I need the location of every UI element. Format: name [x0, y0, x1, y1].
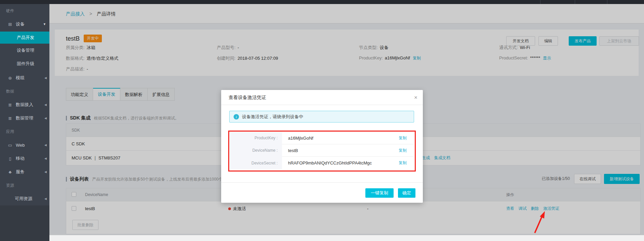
sidebar-item-service[interactable]: ♣ 服务 ◀ — [0, 166, 49, 178]
close-icon[interactable]: × — [414, 90, 417, 105]
sidebar-item-data-access[interactable]: ≣ 数据接入 ◀ — [0, 99, 49, 111]
sidebar-item-label: 数据接入 — [16, 102, 33, 108]
caret-left-icon: ◀ — [44, 157, 47, 160]
sidebar-item-label: 产品开发 — [17, 35, 34, 41]
sidebar-lower-fill — [0, 205, 49, 241]
credential-value: a16MjlxGoNf — [282, 136, 399, 141]
sidebar-item-label: 可用资源 — [15, 196, 32, 202]
credential-value: hRAFOP9mbANIQdYCCzGhtIdPPA4tcMgc — [282, 160, 399, 165]
database-icon: ≣ — [7, 116, 13, 121]
modal-title: 查看设备激活凭证 — [229, 95, 266, 100]
sidebar: 硬件 ⊞ 设备 ▼ 产品开发 设备管理 固件升级 ⊛ 模组 ◀ 数据 ≣ 数据接… — [0, 4, 49, 241]
caret-down-icon: ▼ — [43, 22, 46, 26]
sidebar-item-label: 模组 — [16, 75, 25, 81]
horizontal-scrollbar[interactable] — [49, 235, 644, 241]
credential-row: ProductKey : a16MjlxGoNf 复制 — [230, 132, 413, 144]
modal-header: 查看设备激活凭证 × — [221, 90, 423, 105]
credential-row: DeviceName : testB 复制 — [230, 144, 413, 157]
info-alert: i 设备激活凭证，请烧录到设备中 — [229, 111, 414, 123]
sidebar-item-device-mgmt[interactable]: 设备管理 — [0, 44, 49, 56]
sidebar-item-available-resource[interactable]: 可用资源 ◀ — [0, 193, 49, 205]
caret-left-icon: ◀ — [44, 197, 47, 200]
activation-credential-modal: 查看设备激活凭证 × i 设备激活凭证，请烧录到设备中 ProductKey :… — [221, 90, 423, 203]
sidebar-item-module[interactable]: ⊛ 模组 ◀ — [0, 72, 49, 84]
monitor-icon: ▭ — [7, 143, 13, 148]
device-icon: ⊞ — [7, 22, 13, 27]
module-icon: ⊛ — [7, 76, 13, 81]
sidebar-section-app: 应用 — [0, 126, 49, 138]
sidebar-item-web[interactable]: ▭ Web ◀ — [0, 139, 49, 151]
sidebar-item-label: 设备管理 — [17, 47, 34, 53]
credential-label: DeviceSecret : — [230, 157, 282, 169]
chrome-divider — [607, 0, 607, 4]
alert-text: 设备激活凭证，请烧录到设备中 — [242, 114, 303, 120]
chrome-divider — [575, 0, 575, 4]
sidebar-item-firmware[interactable]: 固件升级 — [0, 58, 49, 70]
credential-row: DeviceSecret : hRAFOP9mbANIQdYCCzGhtIdPP… — [230, 157, 413, 169]
sidebar-item-mobile[interactable]: ▯ 移动 ◀ — [0, 152, 49, 164]
info-icon: i — [234, 114, 239, 119]
service-icon: ♣ — [7, 170, 13, 175]
sidebar-item-data-mgmt[interactable]: ≣ 数据管理 ◀ — [0, 112, 49, 124]
caret-left-icon: ◀ — [44, 116, 47, 120]
sidebar-item-label: 固件升级 — [17, 61, 34, 67]
caret-left-icon: ◀ — [44, 170, 47, 174]
chrome-divider — [540, 0, 540, 4]
copy-all-button[interactable]: 一键复制 — [365, 188, 394, 198]
sidebar-section-resource: 资源 — [0, 179, 49, 191]
database-icon: ≣ — [7, 102, 13, 107]
sidebar-section-data: 数据 — [0, 85, 49, 97]
credential-value: testB — [282, 148, 399, 153]
phone-icon: ▯ — [7, 156, 13, 161]
ok-button[interactable]: 确定 — [398, 188, 415, 198]
caret-left-icon: ◀ — [44, 76, 47, 80]
copy-link[interactable]: 复制 — [399, 148, 413, 153]
copy-link[interactable]: 复制 — [399, 135, 413, 141]
copy-link[interactable]: 复制 — [399, 160, 413, 166]
sidebar-item-label: 数据管理 — [16, 115, 33, 121]
sidebar-item-label: Web — [16, 143, 25, 148]
credential-table: ProductKey : a16MjlxGoNf 复制 DeviceName :… — [230, 132, 413, 169]
sidebar-item-device[interactable]: ⊞ 设备 ▼ — [0, 18, 49, 30]
credential-label: ProductKey : — [230, 132, 282, 144]
sidebar-section-hardware: 硬件 — [0, 5, 49, 17]
credential-label: DeviceName : — [230, 144, 282, 157]
sidebar-item-product-dev[interactable]: 产品开发 — [0, 32, 49, 44]
modal-footer: 一键复制 确定 — [221, 182, 423, 203]
caret-left-icon: ◀ — [44, 143, 47, 147]
sidebar-item-label: 移动 — [16, 155, 25, 161]
sidebar-item-label: 设备 — [16, 21, 25, 27]
caret-left-icon: ◀ — [44, 103, 47, 106]
sidebar-item-label: 服务 — [16, 169, 25, 175]
browser-chrome-bar — [0, 0, 644, 4]
